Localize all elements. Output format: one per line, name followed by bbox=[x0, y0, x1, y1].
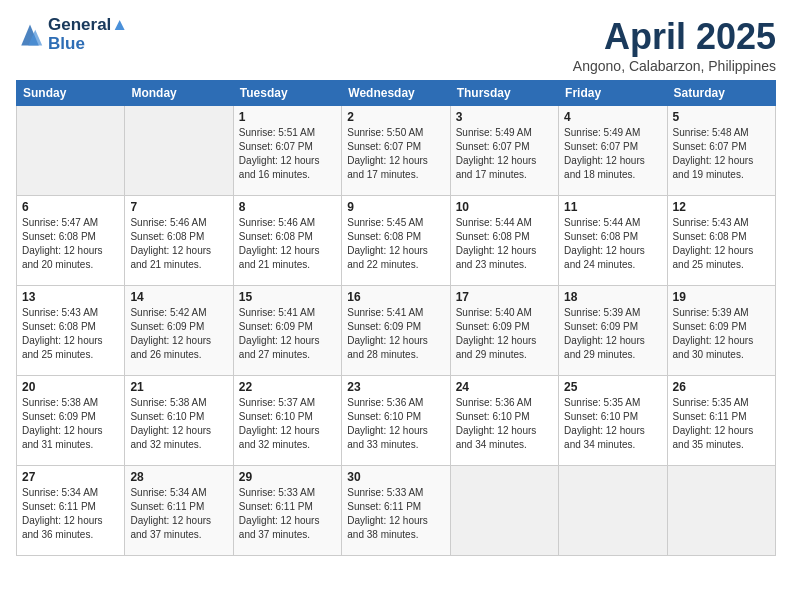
day-number: 30 bbox=[347, 470, 444, 484]
day-detail: Sunrise: 5:49 AMSunset: 6:07 PMDaylight:… bbox=[456, 126, 553, 182]
calendar-cell: 6Sunrise: 5:47 AMSunset: 6:08 PMDaylight… bbox=[17, 196, 125, 286]
calendar-cell: 17Sunrise: 5:40 AMSunset: 6:09 PMDayligh… bbox=[450, 286, 558, 376]
day-detail: Sunrise: 5:49 AMSunset: 6:07 PMDaylight:… bbox=[564, 126, 661, 182]
day-number: 9 bbox=[347, 200, 444, 214]
day-detail: Sunrise: 5:38 AMSunset: 6:10 PMDaylight:… bbox=[130, 396, 227, 452]
day-detail: Sunrise: 5:51 AMSunset: 6:07 PMDaylight:… bbox=[239, 126, 336, 182]
calendar-cell: 4Sunrise: 5:49 AMSunset: 6:07 PMDaylight… bbox=[559, 106, 667, 196]
calendar-cell: 28Sunrise: 5:34 AMSunset: 6:11 PMDayligh… bbox=[125, 466, 233, 556]
calendar-cell: 16Sunrise: 5:41 AMSunset: 6:09 PMDayligh… bbox=[342, 286, 450, 376]
calendar-body: 1Sunrise: 5:51 AMSunset: 6:07 PMDaylight… bbox=[17, 106, 776, 556]
calendar-cell: 14Sunrise: 5:42 AMSunset: 6:09 PMDayligh… bbox=[125, 286, 233, 376]
calendar-cell: 11Sunrise: 5:44 AMSunset: 6:08 PMDayligh… bbox=[559, 196, 667, 286]
day-detail: Sunrise: 5:36 AMSunset: 6:10 PMDaylight:… bbox=[347, 396, 444, 452]
day-number: 16 bbox=[347, 290, 444, 304]
logo-text: General▲ Blue bbox=[48, 16, 128, 53]
calendar-cell: 1Sunrise: 5:51 AMSunset: 6:07 PMDaylight… bbox=[233, 106, 341, 196]
day-detail: Sunrise: 5:33 AMSunset: 6:11 PMDaylight:… bbox=[347, 486, 444, 542]
logo: General▲ Blue bbox=[16, 16, 128, 53]
title-area: April 2025 Angono, Calabarzon, Philippin… bbox=[573, 16, 776, 74]
calendar-cell: 8Sunrise: 5:46 AMSunset: 6:08 PMDaylight… bbox=[233, 196, 341, 286]
location: Angono, Calabarzon, Philippines bbox=[573, 58, 776, 74]
weekday-header-monday: Monday bbox=[125, 81, 233, 106]
calendar-cell: 13Sunrise: 5:43 AMSunset: 6:08 PMDayligh… bbox=[17, 286, 125, 376]
calendar-cell: 25Sunrise: 5:35 AMSunset: 6:10 PMDayligh… bbox=[559, 376, 667, 466]
calendar-cell bbox=[450, 466, 558, 556]
calendar-cell: 26Sunrise: 5:35 AMSunset: 6:11 PMDayligh… bbox=[667, 376, 775, 466]
day-number: 3 bbox=[456, 110, 553, 124]
day-detail: Sunrise: 5:47 AMSunset: 6:08 PMDaylight:… bbox=[22, 216, 119, 272]
day-number: 1 bbox=[239, 110, 336, 124]
day-number: 11 bbox=[564, 200, 661, 214]
calendar-cell: 19Sunrise: 5:39 AMSunset: 6:09 PMDayligh… bbox=[667, 286, 775, 376]
day-number: 27 bbox=[22, 470, 119, 484]
weekday-header-sunday: Sunday bbox=[17, 81, 125, 106]
calendar-week-2: 6Sunrise: 5:47 AMSunset: 6:08 PMDaylight… bbox=[17, 196, 776, 286]
calendar-cell: 27Sunrise: 5:34 AMSunset: 6:11 PMDayligh… bbox=[17, 466, 125, 556]
day-detail: Sunrise: 5:37 AMSunset: 6:10 PMDaylight:… bbox=[239, 396, 336, 452]
day-detail: Sunrise: 5:40 AMSunset: 6:09 PMDaylight:… bbox=[456, 306, 553, 362]
calendar-cell: 3Sunrise: 5:49 AMSunset: 6:07 PMDaylight… bbox=[450, 106, 558, 196]
day-number: 18 bbox=[564, 290, 661, 304]
day-number: 12 bbox=[673, 200, 770, 214]
day-number: 6 bbox=[22, 200, 119, 214]
logo-icon bbox=[16, 21, 44, 49]
day-detail: Sunrise: 5:35 AMSunset: 6:10 PMDaylight:… bbox=[564, 396, 661, 452]
day-number: 24 bbox=[456, 380, 553, 394]
day-number: 7 bbox=[130, 200, 227, 214]
calendar-cell bbox=[559, 466, 667, 556]
calendar-cell: 18Sunrise: 5:39 AMSunset: 6:09 PMDayligh… bbox=[559, 286, 667, 376]
day-number: 20 bbox=[22, 380, 119, 394]
day-detail: Sunrise: 5:35 AMSunset: 6:11 PMDaylight:… bbox=[673, 396, 770, 452]
calendar-cell: 7Sunrise: 5:46 AMSunset: 6:08 PMDaylight… bbox=[125, 196, 233, 286]
calendar-cell: 15Sunrise: 5:41 AMSunset: 6:09 PMDayligh… bbox=[233, 286, 341, 376]
day-detail: Sunrise: 5:46 AMSunset: 6:08 PMDaylight:… bbox=[130, 216, 227, 272]
calendar-cell: 24Sunrise: 5:36 AMSunset: 6:10 PMDayligh… bbox=[450, 376, 558, 466]
weekday-header-row: SundayMondayTuesdayWednesdayThursdayFrid… bbox=[17, 81, 776, 106]
month-title: April 2025 bbox=[573, 16, 776, 58]
day-detail: Sunrise: 5:48 AMSunset: 6:07 PMDaylight:… bbox=[673, 126, 770, 182]
calendar-cell: 5Sunrise: 5:48 AMSunset: 6:07 PMDaylight… bbox=[667, 106, 775, 196]
weekday-header-tuesday: Tuesday bbox=[233, 81, 341, 106]
day-number: 4 bbox=[564, 110, 661, 124]
day-detail: Sunrise: 5:38 AMSunset: 6:09 PMDaylight:… bbox=[22, 396, 119, 452]
calendar-week-1: 1Sunrise: 5:51 AMSunset: 6:07 PMDaylight… bbox=[17, 106, 776, 196]
calendar-cell: 12Sunrise: 5:43 AMSunset: 6:08 PMDayligh… bbox=[667, 196, 775, 286]
calendar-cell: 9Sunrise: 5:45 AMSunset: 6:08 PMDaylight… bbox=[342, 196, 450, 286]
calendar-cell: 20Sunrise: 5:38 AMSunset: 6:09 PMDayligh… bbox=[17, 376, 125, 466]
calendar-week-4: 20Sunrise: 5:38 AMSunset: 6:09 PMDayligh… bbox=[17, 376, 776, 466]
day-detail: Sunrise: 5:42 AMSunset: 6:09 PMDaylight:… bbox=[130, 306, 227, 362]
day-number: 15 bbox=[239, 290, 336, 304]
day-detail: Sunrise: 5:36 AMSunset: 6:10 PMDaylight:… bbox=[456, 396, 553, 452]
calendar-cell bbox=[125, 106, 233, 196]
day-number: 13 bbox=[22, 290, 119, 304]
day-number: 22 bbox=[239, 380, 336, 394]
weekday-header-wednesday: Wednesday bbox=[342, 81, 450, 106]
day-number: 25 bbox=[564, 380, 661, 394]
day-number: 2 bbox=[347, 110, 444, 124]
calendar-cell: 2Sunrise: 5:50 AMSunset: 6:07 PMDaylight… bbox=[342, 106, 450, 196]
calendar-cell: 23Sunrise: 5:36 AMSunset: 6:10 PMDayligh… bbox=[342, 376, 450, 466]
weekday-header-saturday: Saturday bbox=[667, 81, 775, 106]
day-number: 8 bbox=[239, 200, 336, 214]
day-number: 5 bbox=[673, 110, 770, 124]
day-detail: Sunrise: 5:43 AMSunset: 6:08 PMDaylight:… bbox=[22, 306, 119, 362]
day-detail: Sunrise: 5:45 AMSunset: 6:08 PMDaylight:… bbox=[347, 216, 444, 272]
day-detail: Sunrise: 5:41 AMSunset: 6:09 PMDaylight:… bbox=[347, 306, 444, 362]
calendar-cell bbox=[17, 106, 125, 196]
calendar-cell: 10Sunrise: 5:44 AMSunset: 6:08 PMDayligh… bbox=[450, 196, 558, 286]
day-number: 26 bbox=[673, 380, 770, 394]
day-number: 14 bbox=[130, 290, 227, 304]
calendar-cell bbox=[667, 466, 775, 556]
day-number: 23 bbox=[347, 380, 444, 394]
day-number: 29 bbox=[239, 470, 336, 484]
day-detail: Sunrise: 5:46 AMSunset: 6:08 PMDaylight:… bbox=[239, 216, 336, 272]
page-header: General▲ Blue April 2025 Angono, Calabar… bbox=[16, 16, 776, 74]
calendar-cell: 21Sunrise: 5:38 AMSunset: 6:10 PMDayligh… bbox=[125, 376, 233, 466]
day-detail: Sunrise: 5:33 AMSunset: 6:11 PMDaylight:… bbox=[239, 486, 336, 542]
calendar-cell: 30Sunrise: 5:33 AMSunset: 6:11 PMDayligh… bbox=[342, 466, 450, 556]
day-number: 19 bbox=[673, 290, 770, 304]
day-detail: Sunrise: 5:43 AMSunset: 6:08 PMDaylight:… bbox=[673, 216, 770, 272]
weekday-header-friday: Friday bbox=[559, 81, 667, 106]
day-detail: Sunrise: 5:39 AMSunset: 6:09 PMDaylight:… bbox=[564, 306, 661, 362]
